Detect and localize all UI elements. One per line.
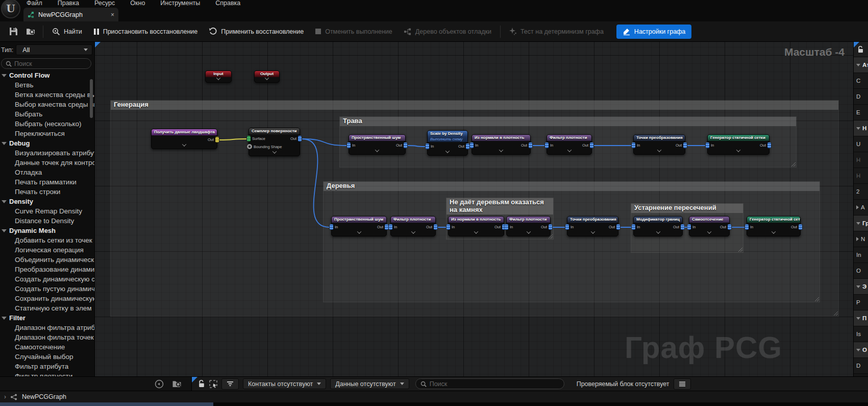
details-row[interactable]: O <box>854 263 868 279</box>
palette-item[interactable]: Преобразование динамич <box>0 265 94 274</box>
palette-item[interactable]: Объединить динамическ <box>0 255 94 265</box>
in-pin[interactable] <box>447 224 450 230</box>
node-collapse-row[interactable] <box>547 149 591 154</box>
palette-item[interactable]: Ветка качества среды вы <box>0 90 94 100</box>
marquee-select-icon[interactable] <box>209 380 217 388</box>
unlock-icon[interactable] <box>198 380 205 388</box>
palette-item[interactable]: Выбрать (несколько) <box>0 119 94 129</box>
node-collapse-row[interactable] <box>152 144 217 149</box>
details-row[interactable]: H <box>854 121 868 136</box>
node-collapse-row[interactable] <box>689 231 729 236</box>
filter-button[interactable] <box>221 378 239 390</box>
node-collapse-row[interactable] <box>255 77 279 82</box>
cancel-execution-button[interactable]: Отменить выполнение <box>309 25 398 38</box>
node-tfilter2[interactable]: Фильтр плотностиInOut <box>506 216 551 236</box>
palette-item[interactable]: Печать строки <box>0 187 94 197</box>
in-pin[interactable] <box>545 142 549 148</box>
node-tnormal[interactable]: Из нормали в плотностьInOut <box>448 216 504 236</box>
node-collapse-row[interactable] <box>708 149 769 154</box>
data-dropdown[interactable]: Данные отсутствуют <box>330 378 409 389</box>
details-row[interactable]: E <box>854 105 868 121</box>
graph-settings-button[interactable]: Настройки графа <box>616 25 691 39</box>
palette-search-input[interactable]: Поиск <box>1 58 91 69</box>
palette-item[interactable]: Печать грамматики <box>0 177 94 187</box>
node-tbounds[interactable]: Модификатор границInOut <box>633 216 683 236</box>
pause-regeneration-button[interactable]: Приостановить восстановление <box>88 25 204 38</box>
palette-item[interactable]: Логическая операция <box>0 245 94 255</box>
menu-item-Справка[interactable]: Справка <box>215 0 240 8</box>
palette-item[interactable]: Отладка <box>0 168 94 177</box>
node-gmesh[interactable]: Генератор статичной сеткиInOut <box>707 134 770 155</box>
out-pin[interactable] <box>466 144 469 149</box>
menu-button[interactable] <box>674 378 691 390</box>
palette-item[interactable]: Визуализировать атрибут <box>0 148 94 158</box>
out-pin[interactable] <box>215 137 219 142</box>
browse-button[interactable] <box>22 24 40 39</box>
tab-newpcggraph[interactable]: NewPCGGraph × <box>23 8 118 21</box>
save-button[interactable] <box>5 24 22 39</box>
out-pin[interactable] <box>799 224 802 230</box>
palette-category[interactable]: Density <box>0 197 94 206</box>
menu-item-Ресурс[interactable]: Ресурс <box>94 0 115 8</box>
node-gfilter[interactable]: Фильтр плотностиInOut <box>547 134 592 155</box>
palette-item[interactable]: Самоотсечение <box>0 342 94 352</box>
out-pin[interactable] <box>683 142 687 148</box>
node-gnoise[interactable]: Пространственный шумInOut <box>349 134 406 155</box>
menu-item-Файл[interactable]: Файл <box>27 0 42 8</box>
palette-item[interactable]: Ветвь <box>0 80 94 90</box>
details-row[interactable]: 2 <box>854 184 868 200</box>
details-row[interactable]: O <box>854 342 868 358</box>
out-pin[interactable] <box>681 224 684 230</box>
node-collapse-row[interactable] <box>391 231 435 236</box>
node-collapse-row[interactable] <box>449 231 504 236</box>
in-pin[interactable] <box>687 224 691 230</box>
comment-box-trees[interactable]: Деревья <box>323 181 820 302</box>
palette-item[interactable]: Сохранить динамическую <box>0 294 94 303</box>
in-pin[interactable] <box>505 224 508 230</box>
palette-category[interactable]: Filter <box>0 313 94 323</box>
details-row[interactable]: P <box>854 295 868 311</box>
pins-dropdown[interactable]: Контакты отсутствуют <box>243 378 326 389</box>
node-collapse-row[interactable] <box>249 151 300 156</box>
details-row[interactable]: N <box>854 231 868 247</box>
details-row[interactable]: D <box>854 89 868 105</box>
details-row[interactable]: C <box>854 73 868 89</box>
attributes-search-input[interactable]: Поиск <box>415 378 564 389</box>
resize-handle[interactable] <box>833 311 838 316</box>
node-collapse-row[interactable] <box>428 150 467 155</box>
tab-close-icon[interactable]: × <box>111 11 114 18</box>
palette-item[interactable]: Случайный выбор <box>0 352 94 362</box>
out-pin[interactable] <box>529 142 532 148</box>
details-row[interactable]: U <box>854 136 868 152</box>
node-collapse-row[interactable] <box>747 231 800 236</box>
out-pin[interactable] <box>385 224 388 230</box>
palette-item[interactable]: Curve Remap Density <box>0 206 94 216</box>
node-output[interactable]: Output <box>254 70 280 83</box>
out-pin[interactable] <box>616 224 620 230</box>
palette-item[interactable]: Переключиться <box>0 129 94 138</box>
node-sampler[interactable]: Семплер поверхностиSurfaceOutBounding Sh… <box>249 128 300 156</box>
palette-item[interactable]: Фильтр плотности <box>0 371 94 376</box>
resize-handle[interactable] <box>814 296 819 301</box>
palette-category[interactable]: Control Flow <box>0 70 94 80</box>
node-collapse-row[interactable] <box>567 231 618 236</box>
palette-item[interactable]: Добавить сетки из точек <box>0 235 94 245</box>
palette-scrollbar[interactable] <box>90 79 93 118</box>
resize-handle[interactable] <box>737 247 742 252</box>
palette-item[interactable]: Диапазон фильтра точек <box>0 332 94 342</box>
node-tpoints[interactable]: Точки преобразованияInOut <box>567 216 618 236</box>
node-gpoints[interactable]: Точки преобразованияInOut <box>633 134 685 155</box>
node-tself[interactable]: СамоотсечениеInOut <box>689 216 730 236</box>
node-tfilter1[interactable]: Фильтр плотностиInOut <box>390 216 436 236</box>
node-collapse-row[interactable] <box>349 149 405 154</box>
palette-category[interactable]: Dynamic Mesh <box>0 226 94 235</box>
node-tmesh[interactable]: Генератор статичной сеткиInOut <box>747 216 801 236</box>
in-pin[interactable] <box>706 142 709 148</box>
in-pin[interactable] <box>632 224 635 230</box>
menu-item-Инструменты[interactable]: Инструменты <box>160 0 200 8</box>
menu-item-Правка[interactable]: Правка <box>58 0 79 8</box>
node-collapse-row[interactable] <box>206 77 231 82</box>
in-pin[interactable] <box>330 224 333 230</box>
history-icon[interactable] <box>155 379 164 389</box>
debug-object-tree-button[interactable]: Дерево объектов отладки <box>398 25 497 38</box>
